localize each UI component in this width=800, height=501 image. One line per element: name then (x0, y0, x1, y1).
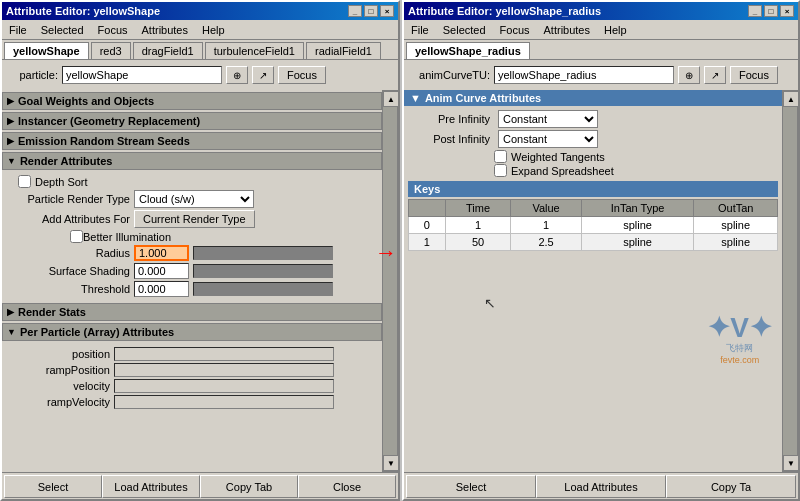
right-window-controls: _ □ × (748, 5, 794, 17)
goal-weights-arrow: ▶ (7, 96, 14, 106)
left-scroll-down[interactable]: ▼ (383, 455, 398, 471)
surface-shading-row: Surface Shading (10, 263, 378, 279)
expand-spreadsheet-checkbox[interactable] (494, 164, 507, 177)
right-scroll-thumb[interactable] (783, 107, 797, 455)
right-scroll-content: ▼ Anim Curve Attributes Pre Infinity Con… (404, 90, 782, 472)
left-menu-help[interactable]: Help (199, 23, 228, 37)
right-scroll-up[interactable]: ▲ (783, 91, 798, 107)
left-scrollbar[interactable]: ▲ ▼ (382, 90, 398, 472)
left-tab-dragfield1[interactable]: dragField1 (133, 42, 203, 59)
left-scroll-thumb[interactable] (383, 107, 397, 455)
left-section-goal-weights[interactable]: ▶ Goal Weights and Objects (2, 92, 382, 110)
add-attrs-btn[interactable]: Current Render Type (134, 210, 255, 228)
right-select-btn[interactable]: Select (406, 475, 536, 498)
post-infinity-select[interactable]: Constant (498, 130, 598, 148)
surface-shading-input[interactable] (134, 263, 189, 279)
right-close-btn[interactable]: × (780, 5, 794, 17)
animcurve-arrow-btn[interactable]: ↗ (704, 66, 726, 84)
left-section-emission[interactable]: ▶ Emission Random Stream Seeds (2, 132, 382, 150)
col-index (409, 200, 446, 217)
left-load-attrs-btn[interactable]: Load Attributes (102, 475, 200, 498)
right-scrollbar[interactable]: ▲ ▼ (782, 90, 798, 472)
left-copy-tab-btn[interactable]: Copy Tab (200, 475, 298, 498)
goal-weights-label: Goal Weights and Objects (18, 95, 154, 107)
right-load-attrs-btn[interactable]: Load Attributes (536, 475, 666, 498)
depth-sort-label: Depth Sort (35, 176, 88, 188)
post-infinity-label: Post Infinity (410, 133, 490, 145)
better-illum-checkbox[interactable] (70, 230, 83, 243)
right-menu-help[interactable]: Help (601, 23, 630, 37)
right-menu-file[interactable]: File (408, 23, 432, 37)
surface-shading-slider[interactable] (193, 264, 333, 278)
emission-label: Emission Random Stream Seeds (18, 135, 190, 147)
velocity-input[interactable] (114, 379, 334, 393)
radius-slider[interactable] (193, 246, 333, 260)
left-section-per-particle[interactable]: ▼ Per Particle (Array) Attributes (2, 323, 382, 341)
particle-arrow-btn[interactable]: ↗ (252, 66, 274, 84)
key-0-time: 1 (445, 217, 510, 234)
render-attrs-label: Render Attributes (20, 155, 113, 167)
threshold-label: Threshold (10, 283, 130, 295)
animcurve-row: animCurveTU: ⊕ ↗ Focus (408, 64, 794, 86)
left-tab-yellowshape[interactable]: yellowShape (4, 42, 89, 59)
right-minimize-btn[interactable]: _ (748, 5, 762, 17)
threshold-row: Threshold (10, 281, 378, 297)
left-window-title: Attribute Editor: yellowShape (6, 5, 160, 17)
key-row-0: 0 1 1 spline spline (409, 217, 778, 234)
better-illum-row: Better Illumination (70, 230, 378, 243)
right-scroll-down[interactable]: ▼ (783, 455, 798, 471)
cursor-icon: ↖ (484, 295, 496, 311)
left-section-render-stats[interactable]: ▶ Render Stats (2, 303, 382, 321)
animcurve-input[interactable] (494, 66, 674, 84)
radius-input[interactable] (134, 245, 189, 261)
right-tab-yellowshape-radius[interactable]: yellowShape_radius (406, 42, 530, 59)
right-menu-focus[interactable]: Focus (497, 23, 533, 37)
left-menu-file[interactable]: File (6, 23, 30, 37)
rampposition-input[interactable] (114, 363, 334, 377)
right-menu-selected[interactable]: Selected (440, 23, 489, 37)
left-focus-btn[interactable]: Focus (278, 66, 326, 84)
left-menu-selected[interactable]: Selected (38, 23, 87, 37)
left-section-instancer[interactable]: ▶ Instancer (Geometry Replacement) (2, 112, 382, 130)
right-maximize-btn[interactable]: □ (764, 5, 778, 17)
left-tab-turbulencefield1[interactable]: turbulenceField1 (205, 42, 304, 59)
left-close-btn[interactable]: × (380, 5, 394, 17)
watermark-url: fevte.com (707, 355, 772, 365)
left-tab-radialfield1[interactable]: radialField1 (306, 42, 381, 59)
threshold-input[interactable] (134, 281, 189, 297)
key-1-index: 1 (409, 234, 446, 251)
watermark: ✦V✦ 飞特网 fevte.com (707, 314, 772, 365)
left-maximize-btn[interactable]: □ (364, 5, 378, 17)
right-copy-tab-btn[interactable]: Copy Ta (666, 475, 796, 498)
anim-curve-section-label: Anim Curve Attributes (425, 92, 541, 104)
left-menu-bar: File Selected Focus Attributes Help (2, 20, 398, 40)
threshold-slider[interactable] (193, 282, 333, 296)
pre-infinity-select[interactable]: Constant (498, 110, 598, 128)
position-input[interactable] (114, 347, 334, 361)
particle-input[interactable] (62, 66, 222, 84)
particle-pick-btn[interactable]: ⊕ (226, 66, 248, 84)
depth-sort-checkbox[interactable] (18, 175, 31, 188)
animcurve-pick-btn[interactable]: ⊕ (678, 66, 700, 84)
weighted-tangents-checkbox[interactable] (494, 150, 507, 163)
left-tab-red3[interactable]: red3 (91, 42, 131, 59)
particle-render-type-label: Particle Render Type (10, 193, 130, 205)
left-menu-attributes[interactable]: Attributes (139, 23, 191, 37)
left-menu-focus[interactable]: Focus (95, 23, 131, 37)
anim-curve-section-header[interactable]: ▼ Anim Curve Attributes (404, 90, 782, 106)
left-minimize-btn[interactable]: _ (348, 5, 362, 17)
left-tab-bar: yellowShape red3 dragField1 turbulenceFi… (2, 40, 398, 60)
right-focus-btn[interactable]: Focus (730, 66, 778, 84)
left-close-btn2[interactable]: Close (298, 475, 396, 498)
right-menu-attributes[interactable]: Attributes (541, 23, 593, 37)
particle-row: particle: ⊕ ↗ Focus (6, 64, 394, 86)
weighted-tangents-label: Weighted Tangents (511, 151, 605, 163)
particle-render-type-select[interactable]: Cloud (s/w) (134, 190, 254, 208)
left-select-btn[interactable]: Select (4, 475, 102, 498)
rampposition-row: rampPosition (10, 363, 378, 377)
left-scroll-up[interactable]: ▲ (383, 91, 398, 107)
rampvelocity-input[interactable] (114, 395, 334, 409)
render-stats-label: Render Stats (18, 306, 86, 318)
left-section-render-attrs[interactable]: ▼ Render Attributes (2, 152, 382, 170)
rampposition-label: rampPosition (10, 364, 110, 376)
